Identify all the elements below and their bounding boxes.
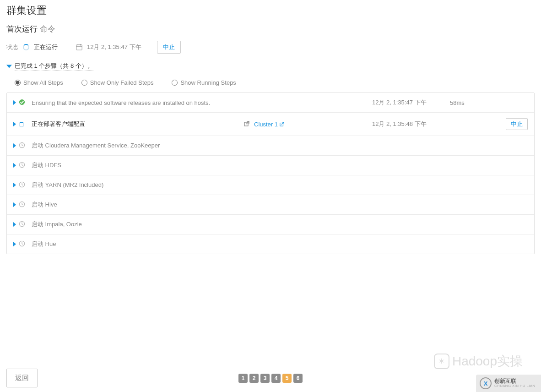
- svg-line-24: [22, 224, 23, 224]
- svg-marker-4: [6, 65, 12, 68]
- step-timestamp: 12月 2, 1:35:48 下午: [372, 120, 450, 128]
- page-2[interactable]: 2: [249, 374, 259, 383]
- step-timestamp: 12月 2, 1:35:47 下午: [372, 98, 450, 107]
- step-status-icon: [19, 240, 25, 248]
- watermark-brand: X 创新互联 CHUANG XIN HU LIAN: [476, 375, 541, 392]
- filter-failed-radio[interactable]: [81, 80, 87, 86]
- status-state: 正在运行: [34, 43, 58, 51]
- subtitle-suffix: 命令: [40, 25, 55, 33]
- chevron-right-icon: [13, 202, 16, 207]
- progress-toggle[interactable]: 已完成 1 个步骤（共 8 个）。: [6, 62, 535, 71]
- step-description: 启动 Impala, Oozie: [32, 220, 244, 229]
- svg-line-15: [22, 165, 23, 165]
- chevron-right-icon: [13, 222, 16, 227]
- watermark-text: Hadoop实操: [452, 353, 523, 370]
- filter-running-radio[interactable]: [172, 80, 178, 86]
- subtitle: 首次运行 命令: [6, 24, 535, 34]
- external-link-icon: [244, 121, 249, 128]
- page-6[interactable]: 6: [293, 374, 303, 383]
- svg-line-12: [22, 145, 23, 146]
- step-filters: Show All Steps Show Only Failed Steps Sh…: [6, 79, 535, 93]
- chevron-right-icon: [13, 143, 16, 148]
- step-status-icon: [19, 181, 25, 189]
- brand-icon: X: [480, 377, 492, 389]
- step-link[interactable]: Cluster 1: [254, 121, 284, 128]
- chevron-right-icon: [13, 242, 16, 246]
- filter-all-radio[interactable]: [15, 80, 21, 86]
- filter-all[interactable]: Show All Steps: [15, 79, 63, 86]
- step-status-icon: [19, 221, 25, 229]
- step-description: 启动 Hue: [32, 240, 244, 248]
- page-3[interactable]: 3: [260, 374, 270, 383]
- chevron-right-icon: [13, 163, 16, 168]
- pager: 123456: [238, 374, 303, 383]
- svg-line-9: [281, 122, 284, 124]
- brand-en: CHUANG XIN HU LIAN: [494, 384, 535, 388]
- svg-line-27: [22, 244, 23, 244]
- chevron-right-icon: [13, 122, 16, 126]
- step-status-icon: [19, 142, 25, 150]
- steps-list: Ensuring that the expected software rele…: [6, 93, 535, 254]
- step-description: 启动 Cloudera Management Service, ZooKeepe…: [32, 142, 244, 150]
- step-row[interactable]: 启动 HDFS: [7, 156, 534, 175]
- step-row[interactable]: 启动 Cloudera Management Service, ZooKeepe…: [7, 136, 534, 156]
- progress-text: 已完成 1 个步骤（共 8 个）。: [15, 62, 93, 71]
- wechat-icon: ✶: [434, 354, 449, 369]
- svg-line-21: [22, 204, 23, 205]
- svg-rect-0: [76, 45, 82, 50]
- chevron-right-icon: [13, 183, 16, 187]
- svg-point-5: [19, 99, 25, 104]
- step-duration: 58ms: [450, 99, 500, 106]
- svg-line-7: [246, 121, 249, 124]
- step-link-col: Cluster 1: [244, 121, 372, 128]
- step-description: Ensuring that the expected software rele…: [32, 99, 244, 106]
- page-title: 群集设置: [6, 4, 535, 17]
- step-status-icon: [19, 99, 25, 107]
- step-row[interactable]: 启动 Hive: [7, 195, 534, 215]
- status-row: 状态 正在运行 12月 2, 1:35:47 下午 中止: [6, 41, 535, 54]
- svg-line-18: [22, 185, 23, 185]
- step-description: 启动 YARN (MR2 Included): [32, 181, 244, 189]
- subtitle-prefix: 首次运行: [6, 25, 38, 33]
- page-4[interactable]: 4: [271, 374, 281, 383]
- step-row[interactable]: 启动 YARN (MR2 Included): [7, 175, 534, 195]
- filter-failed[interactable]: Show Only Failed Steps: [81, 79, 154, 86]
- page-5[interactable]: 5: [282, 374, 292, 383]
- abort-button[interactable]: 中止: [157, 41, 181, 54]
- status-timestamp: 12月 2, 1:35:47 下午: [87, 43, 141, 51]
- watermark-hadoop: ✶ Hadoop实操: [434, 353, 523, 370]
- step-status-icon: [19, 201, 25, 209]
- filter-failed-label: Show Only Failed Steps: [90, 79, 154, 86]
- step-description: 正在部署客户端配置: [32, 120, 244, 128]
- back-button[interactable]: 返回: [6, 369, 38, 387]
- step-row[interactable]: 启动 Impala, Oozie: [7, 215, 534, 234]
- chevron-down-icon: [6, 64, 12, 69]
- status-label: 状态: [6, 43, 18, 51]
- step-description: 启动 Hive: [32, 201, 244, 209]
- filter-running-label: Show Running Steps: [180, 79, 236, 86]
- step-abort-button[interactable]: 中止: [506, 118, 528, 130]
- spinner-icon: [23, 44, 29, 50]
- chevron-right-icon: [13, 100, 16, 105]
- step-status-icon: [19, 162, 25, 169]
- step-description: 启动 HDFS: [32, 161, 244, 169]
- page-1[interactable]: 1: [238, 374, 248, 383]
- calendar-icon: [76, 44, 82, 50]
- step-row[interactable]: 正在部署客户端配置 Cluster 1 12月 2, 1:35:48 下午 中止: [7, 113, 534, 136]
- step-status-icon: [19, 121, 24, 128]
- filter-running[interactable]: Show Running Steps: [172, 79, 236, 86]
- step-row[interactable]: 启动 Hue: [7, 234, 534, 254]
- step-row[interactable]: Ensuring that the expected software rele…: [7, 93, 534, 113]
- filter-all-label: Show All Steps: [23, 79, 63, 86]
